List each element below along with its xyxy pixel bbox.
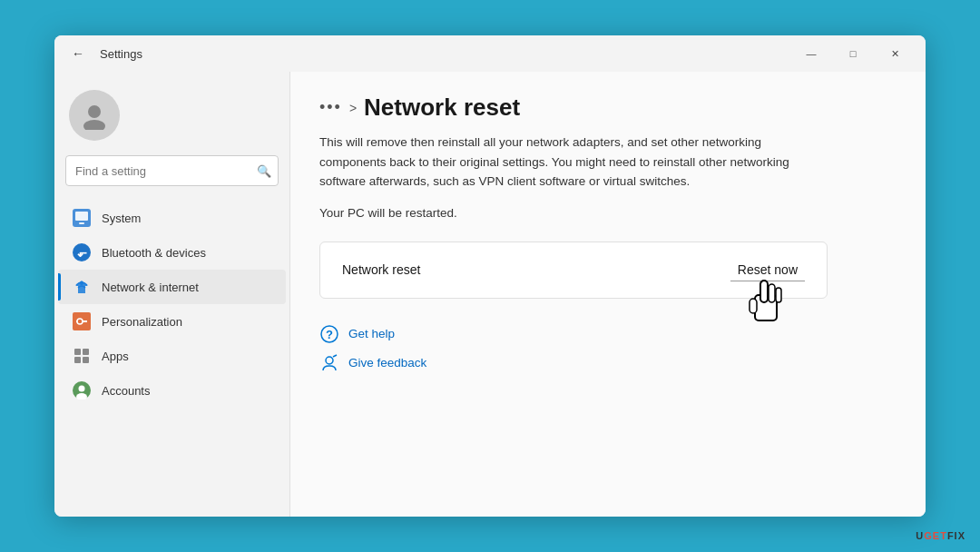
system-icon xyxy=(73,209,91,227)
svg-rect-14 xyxy=(83,357,89,363)
sidebar-item-system[interactable]: System xyxy=(58,201,286,235)
svg-rect-19 xyxy=(760,281,768,302)
avatar[interactable] xyxy=(69,90,120,141)
sidebar: 🔍 System ⬐ xyxy=(54,72,290,517)
svg-rect-22 xyxy=(750,299,757,313)
watermark-highlight: GET xyxy=(924,530,947,541)
bluetooth-icon: ⬐ xyxy=(73,243,91,261)
sidebar-item-apps[interactable]: Apps xyxy=(58,339,286,373)
title-bar-left: ← Settings xyxy=(65,41,791,66)
give-feedback-label: Give feedback xyxy=(348,356,426,370)
search-box: 🔍 xyxy=(65,155,279,186)
back-button[interactable]: ← xyxy=(65,41,91,66)
sidebar-item-apps-label: Apps xyxy=(102,350,129,363)
breadcrumb-dots: ••• xyxy=(319,98,342,117)
personalization-icon xyxy=(73,312,91,330)
give-feedback-link[interactable]: Give feedback xyxy=(319,353,897,373)
svg-text:⬐: ⬐ xyxy=(77,246,87,260)
apps-icon xyxy=(73,347,91,365)
give-feedback-icon xyxy=(319,353,339,373)
minimize-button[interactable]: — xyxy=(791,41,831,66)
svg-rect-4 xyxy=(79,222,84,224)
close-button[interactable]: ✕ xyxy=(875,41,915,66)
window-title: Settings xyxy=(100,47,142,61)
watermark-prefix: U xyxy=(916,530,924,541)
title-bar: ← Settings — □ ✕ xyxy=(54,35,926,72)
cursor-hand-icon xyxy=(744,275,788,326)
svg-line-26 xyxy=(333,355,337,357)
get-help-link[interactable]: ? Get help xyxy=(319,324,897,344)
breadcrumb-chevron: > xyxy=(349,101,357,115)
user-avatar-area xyxy=(54,83,289,155)
search-icon: 🔍 xyxy=(257,164,271,178)
help-links: ? Get help Give feedback xyxy=(319,324,897,373)
sidebar-item-network[interactable]: Network & internet xyxy=(58,270,286,304)
sidebar-item-network-label: Network & internet xyxy=(102,281,199,294)
sidebar-item-accounts[interactable]: Accounts xyxy=(58,373,286,408)
svg-rect-11 xyxy=(74,349,81,355)
svg-rect-3 xyxy=(75,212,88,221)
window-controls: — □ ✕ xyxy=(791,41,915,66)
sidebar-item-accounts-label: Accounts xyxy=(102,384,150,398)
svg-text:?: ? xyxy=(326,328,333,341)
watermark-suffix: FIX xyxy=(947,530,965,541)
sidebar-item-system-label: System xyxy=(102,212,141,225)
page-title: Network reset xyxy=(364,94,520,122)
get-help-icon: ? xyxy=(319,324,339,344)
main-layout: 🔍 System ⬐ xyxy=(54,72,926,517)
get-help-label: Get help xyxy=(348,327,395,340)
svg-point-1 xyxy=(83,120,105,130)
svg-rect-18 xyxy=(755,295,777,320)
description-text: This will remove then reinstall all your… xyxy=(319,133,828,192)
svg-rect-13 xyxy=(74,357,81,363)
settings-window: ← Settings — □ ✕ 🔍 xyxy=(54,35,926,517)
svg-point-16 xyxy=(79,386,85,392)
svg-rect-20 xyxy=(769,284,775,302)
network-icon xyxy=(73,278,91,296)
content-area: ••• > Network reset This will remove the… xyxy=(290,72,926,517)
reset-card: Network reset Reset now xyxy=(319,242,828,299)
accounts-icon xyxy=(73,381,91,399)
svg-point-25 xyxy=(326,357,333,364)
watermark: UGETFIX xyxy=(916,530,965,541)
restart-notice: Your PC will be restarted. xyxy=(319,206,897,220)
reset-card-label: Network reset xyxy=(342,262,420,277)
search-input[interactable] xyxy=(65,155,279,186)
sidebar-item-personalization[interactable]: Personalization xyxy=(58,304,286,339)
breadcrumb: ••• > Network reset xyxy=(319,94,897,122)
svg-point-0 xyxy=(88,105,101,118)
sidebar-item-bluetooth[interactable]: ⬐ Bluetooth & devices xyxy=(58,235,286,270)
reset-now-button[interactable]: Reset now xyxy=(730,259,805,281)
sidebar-item-bluetooth-label: Bluetooth & devices xyxy=(102,246,206,260)
svg-point-10 xyxy=(77,319,83,324)
sidebar-item-personalization-label: Personalization xyxy=(102,315,182,329)
maximize-button[interactable]: □ xyxy=(833,41,873,66)
svg-rect-21 xyxy=(776,288,781,302)
svg-rect-12 xyxy=(83,349,89,355)
